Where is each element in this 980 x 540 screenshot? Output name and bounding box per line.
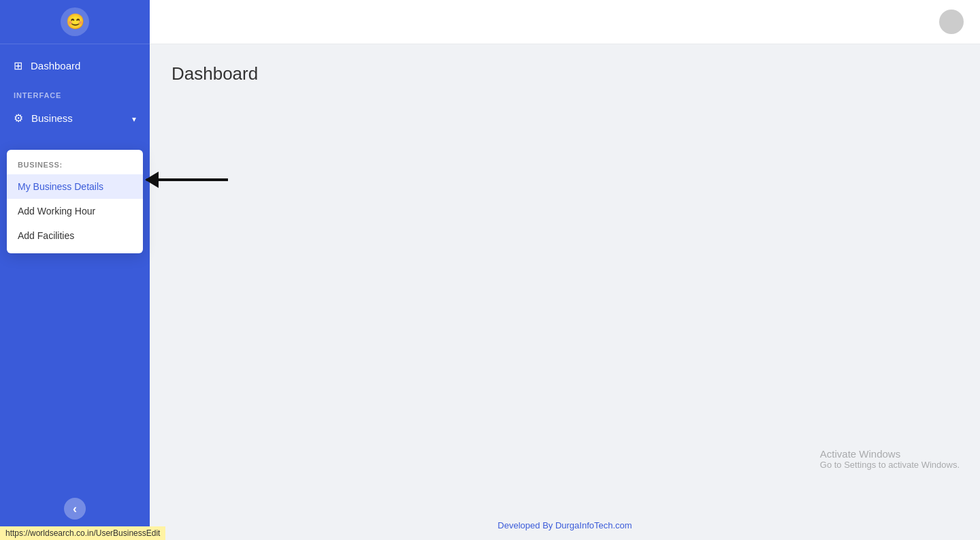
activate-windows-title: Activate Windows <box>820 448 960 460</box>
dropdown-header: BUSINESS: <box>7 155 143 174</box>
dropdown-item-add-facilities[interactable]: Add Facilities <box>7 223 143 248</box>
sidebar-item-business[interactable]: Business <box>0 104 150 133</box>
sidebar-business-label: Business <box>31 112 73 124</box>
topbar <box>150 0 980 44</box>
activate-windows-subtitle: Go to Settings to activate Windows. <box>820 460 960 470</box>
sidebar: 😊 Dashboard INTERFACE Business BUSINESS:… <box>0 0 150 540</box>
footer: Developed By DurgaInfoTech.com <box>150 511 980 540</box>
status-bar: https://worldsearch.co.in/UserBusinessEd… <box>0 526 165 540</box>
app-logo-icon: 😊 <box>61 7 89 36</box>
content-area: Dashboard Activate Windows Go to Setting… <box>150 44 980 511</box>
footer-link[interactable]: Developed By DurgaInfoTech.com <box>497 520 632 530</box>
page-title: Dashboard <box>172 63 958 84</box>
sidebar-collapse-button[interactable] <box>64 498 86 520</box>
sidebar-logo: 😊 <box>0 0 150 44</box>
business-item-left: Business <box>14 112 73 125</box>
dropdown-item-add-working-hour[interactable]: Add Working Hour <box>7 199 143 223</box>
sidebar-dashboard-label: Dashboard <box>31 60 80 72</box>
sidebar-navigation: Dashboard INTERFACE Business <box>0 44 150 498</box>
user-avatar[interactable] <box>939 10 964 34</box>
dropdown-item-my-business-details[interactable]: My Business Details <box>7 174 143 199</box>
chevron-left-icon <box>73 502 77 516</box>
business-dropdown: BUSINESS: My Business Details Add Workin… <box>7 150 143 253</box>
chevron-down-icon <box>132 112 136 124</box>
sidebar-item-dashboard[interactable]: Dashboard <box>0 51 150 80</box>
sidebar-section-interface: INTERFACE <box>0 80 150 104</box>
activate-windows-watermark: Activate Windows Go to Settings to activ… <box>820 448 960 470</box>
main-area: Dashboard Activate Windows Go to Setting… <box>150 0 980 540</box>
status-url: https://worldsearch.co.in/UserBusinessEd… <box>5 528 160 538</box>
dashboard-icon <box>14 59 22 72</box>
gear-icon <box>14 112 23 125</box>
